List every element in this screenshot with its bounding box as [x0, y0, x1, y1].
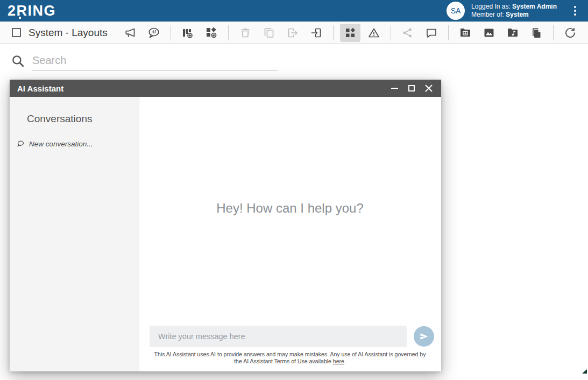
new-conversation-icon	[16, 139, 25, 149]
warning-icon[interactable]	[364, 24, 384, 42]
refresh-icon[interactable]	[560, 24, 580, 42]
toolbar: System - Layouts AI	[0, 22, 588, 44]
dialog-titlebar[interactable]: AI Assistant	[10, 80, 441, 97]
member-value: System	[506, 11, 529, 18]
brand-logo-text: 2RING	[8, 3, 56, 19]
minimize-icon	[391, 88, 398, 89]
conversations-heading: Conversations	[27, 113, 139, 125]
export-icon	[282, 24, 303, 42]
maximize-button[interactable]	[406, 82, 417, 94]
message-input[interactable]	[150, 326, 407, 347]
comment-icon[interactable]	[421, 24, 442, 42]
dialog-body: Conversations New conversation... Hey! H…	[10, 97, 441, 371]
search-input[interactable]	[32, 51, 278, 71]
kebab-menu-icon[interactable]	[568, 2, 583, 20]
search-icon	[11, 54, 25, 68]
logged-in-label: Logged In as:	[471, 3, 512, 10]
app-page: 2RING SA Logged In as: System Admin Memb…	[0, 0, 588, 380]
new-conversation-label: New conversation...	[29, 140, 93, 148]
minimize-button[interactable]	[388, 82, 400, 94]
disclaimer-text: This AI Assistant uses AI to provide ans…	[154, 351, 426, 364]
message-row	[150, 326, 434, 347]
media-image-folder-icon[interactable]	[479, 24, 499, 42]
search-row	[0, 44, 588, 78]
media-audio-folder-icon[interactable]	[502, 24, 523, 42]
toolbar-left: System - Layouts	[12, 27, 108, 39]
media-table-folder-icon[interactable]	[455, 24, 476, 42]
toolbar-divider	[448, 25, 449, 40]
delete-icon	[235, 24, 256, 42]
send-icon	[419, 331, 429, 342]
add-widget-icon[interactable]	[201, 24, 222, 42]
logged-in-line: Logged In as: System Admin	[471, 3, 557, 11]
copy-icon	[259, 24, 279, 42]
new-conversation-item[interactable]: New conversation...	[16, 139, 139, 149]
app-header: 2RING SA Logged In as: System Admin Memb…	[0, 0, 588, 22]
brand-logo-dot	[19, 17, 21, 19]
brand-logo: 2RING	[8, 3, 56, 19]
add-layout-icon[interactable]	[178, 24, 198, 42]
ai-disclaimer: This AI Assistant uses AI to provide ans…	[150, 351, 430, 364]
logged-in-value: System Admin	[512, 3, 557, 10]
header-user-area: SA Logged In as: System Admin Member of:…	[447, 2, 583, 20]
user-info: Logged In as: System Admin Member of: Sy…	[471, 3, 557, 19]
toolbar-divider	[171, 25, 171, 40]
close-button[interactable]	[423, 82, 435, 94]
ai-chat-icon[interactable]: AI	[144, 24, 164, 42]
toolbar-divider	[553, 25, 554, 40]
assistant-greeting: Hey! How can I help you?	[139, 201, 441, 216]
dialog-title: AI Assistant	[17, 84, 63, 93]
terms-of-use-link[interactable]: here	[333, 358, 344, 364]
megaphone-icon[interactable]	[120, 24, 140, 42]
conversations-sidebar: Conversations New conversation...	[10, 97, 139, 371]
import-icon[interactable]	[306, 24, 327, 42]
svg-text:AI: AI	[151, 30, 157, 34]
widgets-icon[interactable]	[340, 24, 360, 42]
close-icon	[425, 85, 433, 92]
toolbar-divider	[333, 25, 334, 40]
share-icon	[398, 24, 418, 42]
avatar[interactable]: SA	[447, 2, 465, 20]
select-all-checkbox[interactable]	[12, 28, 21, 37]
ai-assistant-dialog: AI Assistant Conversations New conversat…	[10, 80, 441, 371]
dialog-window-controls	[388, 82, 435, 94]
cursor-artifact	[582, 369, 587, 374]
maximize-icon	[408, 85, 415, 92]
member-label: Member of:	[471, 11, 506, 18]
media-file-copy-icon[interactable]	[526, 24, 547, 42]
disclaimer-suffix: .	[344, 358, 346, 364]
toolbar-divider	[391, 25, 391, 40]
send-button[interactable]	[414, 326, 434, 347]
member-line: Member of: System	[471, 11, 557, 19]
chat-main-area: Hey! How can I help you? This AI Assista…	[139, 97, 441, 371]
toolbar-divider	[228, 25, 229, 40]
page-title: System - Layouts	[29, 27, 108, 39]
toolbar-icons: AI	[120, 24, 580, 42]
